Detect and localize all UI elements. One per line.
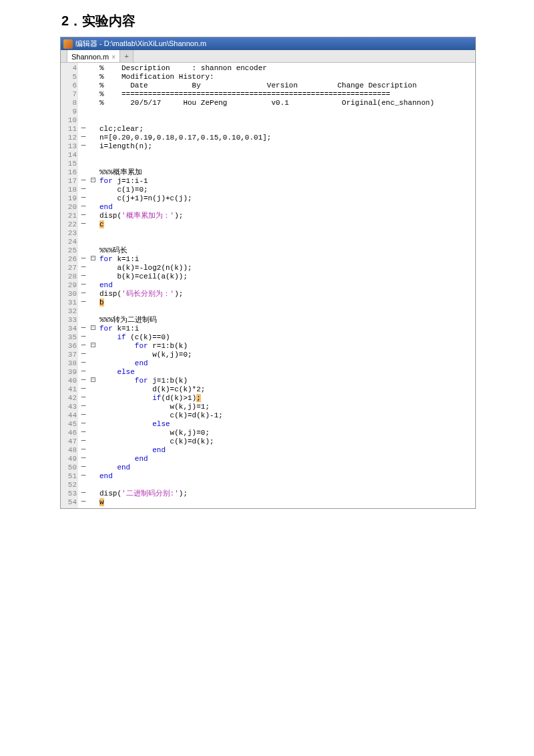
line-number: 41 bbox=[61, 385, 78, 394]
line-number: 20 bbox=[61, 203, 78, 212]
code-line[interactable]: c(j+1)=n(j)+c(j); bbox=[99, 194, 475, 203]
code-line[interactable] bbox=[99, 108, 475, 116]
code-line[interactable]: else bbox=[99, 420, 475, 429]
code-line[interactable] bbox=[99, 307, 475, 316]
line-number: 36 bbox=[61, 342, 78, 351]
code-line[interactable]: end bbox=[99, 455, 475, 463]
dash-mark bbox=[78, 236, 89, 245]
code-line[interactable]: end bbox=[99, 281, 475, 290]
line-number: 22 bbox=[61, 220, 78, 229]
dash-mark: — bbox=[78, 488, 89, 497]
dash-mark: — bbox=[78, 271, 89, 280]
dash-mark: — bbox=[78, 132, 89, 141]
fold-minus-icon[interactable]: − bbox=[91, 377, 95, 382]
code-line[interactable]: a(k)=-log2(n(k)); bbox=[99, 264, 475, 272]
fold-mark bbox=[89, 445, 97, 453]
code-line[interactable]: end bbox=[99, 203, 475, 212]
fold-mark bbox=[89, 419, 97, 427]
code-line[interactable]: w(k,j)=0; bbox=[99, 429, 475, 437]
code-line[interactable]: d(k)=c(k)*2; bbox=[99, 385, 475, 394]
code-line[interactable]: if (c(k)==0) bbox=[99, 333, 475, 342]
dash-mark: — bbox=[78, 445, 89, 453]
add-tab-button[interactable]: + bbox=[120, 50, 134, 62]
code-line[interactable]: end bbox=[99, 359, 475, 368]
line-number: 54 bbox=[61, 498, 78, 507]
tab-shannon[interactable]: Shannon.m × bbox=[67, 50, 120, 62]
fold-mark[interactable]: − bbox=[89, 254, 97, 262]
code-line[interactable]: end bbox=[99, 472, 475, 481]
fold-mark[interactable]: − bbox=[89, 341, 97, 349]
code-line[interactable]: %%%码长 bbox=[99, 246, 475, 255]
code-line[interactable]: disp('码长分别为：'); bbox=[99, 290, 475, 299]
code-line[interactable]: % Description : shannon encoder bbox=[99, 64, 475, 73]
code-line[interactable]: % ======================================… bbox=[99, 90, 475, 99]
code-line[interactable]: for k=1:i bbox=[99, 255, 475, 264]
code-line[interactable]: end bbox=[99, 463, 475, 472]
code-line[interactable] bbox=[99, 481, 475, 490]
code-area[interactable]: 4567891011121314151617181920212223242526… bbox=[61, 63, 475, 508]
dash-mark: — bbox=[78, 341, 89, 349]
code-line[interactable]: i=length(n); bbox=[99, 142, 475, 151]
code-line[interactable]: if(d(k)>1); bbox=[99, 394, 475, 403]
tab-handle[interactable] bbox=[61, 50, 67, 62]
code-line[interactable]: disp('概率累加为：'); bbox=[99, 212, 475, 220]
code-line[interactable]: %%%转为二进制码 bbox=[99, 316, 475, 325]
code-line[interactable]: %%%概率累加 bbox=[99, 168, 475, 177]
code-line[interactable]: for r=1:b(k) bbox=[99, 342, 475, 351]
code-line[interactable]: w bbox=[99, 498, 475, 507]
code-line[interactable] bbox=[99, 229, 475, 238]
fold-mark bbox=[89, 427, 97, 436]
code-line[interactable]: clc;clear; bbox=[99, 125, 475, 134]
fold-mark bbox=[89, 497, 97, 506]
code-line[interactable]: % Modification History: bbox=[99, 73, 475, 81]
code-line[interactable]: else bbox=[99, 368, 475, 377]
dash-mark bbox=[78, 115, 89, 124]
fold-minus-icon[interactable]: − bbox=[91, 178, 95, 182]
line-number: 18 bbox=[61, 186, 78, 194]
code-line[interactable]: end bbox=[99, 446, 475, 455]
code-line[interactable]: w(k,j)=0; bbox=[99, 351, 475, 359]
dash-mark: — bbox=[78, 280, 89, 289]
fold-mark bbox=[89, 262, 97, 271]
fold-mark[interactable]: − bbox=[89, 323, 97, 332]
fold-column[interactable]: − − − − − bbox=[89, 63, 97, 508]
code-line[interactable]: b bbox=[99, 299, 475, 307]
fold-mark bbox=[89, 115, 97, 124]
code-line[interactable]: for j=1:i-1 bbox=[99, 177, 475, 186]
fold-minus-icon[interactable]: − bbox=[91, 343, 95, 347]
line-number: 21 bbox=[61, 212, 78, 220]
code-line[interactable]: % Date By Version Change Description bbox=[99, 81, 475, 90]
code-line[interactable]: c(1)=0; bbox=[99, 186, 475, 194]
code-line[interactable]: c(k)=d(k); bbox=[99, 437, 475, 446]
code-line[interactable]: for k=1:i bbox=[99, 325, 475, 333]
code-line[interactable]: b(k)=ceil(a(k)); bbox=[99, 272, 475, 281]
line-number: 19 bbox=[61, 194, 78, 203]
fold-minus-icon[interactable]: − bbox=[91, 325, 95, 330]
fold-mark[interactable]: − bbox=[89, 375, 97, 384]
fold-mark bbox=[89, 393, 97, 401]
code-line[interactable]: % 20/5/17 Hou ZePeng v0.1 Original(enc_s… bbox=[99, 99, 475, 108]
breakpoint-column[interactable]: ——— —————— —————— —————————————————— —— bbox=[78, 63, 89, 508]
line-number: 37 bbox=[61, 351, 78, 359]
code-line[interactable] bbox=[99, 151, 475, 160]
code-content[interactable]: % Description : shannon encoder% Modific… bbox=[97, 63, 475, 508]
code-line[interactable] bbox=[99, 116, 475, 125]
fold-mark bbox=[89, 358, 97, 367]
code-line[interactable] bbox=[99, 160, 475, 168]
line-number: 13 bbox=[61, 142, 78, 151]
fold-minus-icon[interactable]: − bbox=[91, 256, 95, 260]
code-line[interactable]: w(k,j)=1; bbox=[99, 403, 475, 411]
close-icon[interactable]: × bbox=[111, 53, 115, 61]
code-line[interactable]: c bbox=[99, 220, 475, 229]
code-line[interactable]: c(k)=d(k)-1; bbox=[99, 411, 475, 420]
code-line[interactable]: for j=1:b(k) bbox=[99, 377, 475, 385]
dash-mark: — bbox=[78, 297, 89, 306]
fold-mark bbox=[89, 71, 97, 80]
line-number: 39 bbox=[61, 368, 78, 377]
tab-label: Shannon.m bbox=[71, 53, 109, 61]
code-line[interactable]: n=[0.20,0.19,0.18,0.17,0.15,0.10,0.01]; bbox=[99, 134, 475, 142]
code-line[interactable]: disp('二进制码分别:'); bbox=[99, 490, 475, 498]
app-icon bbox=[63, 39, 73, 49]
code-line[interactable] bbox=[99, 238, 475, 246]
fold-mark[interactable]: − bbox=[89, 176, 97, 184]
